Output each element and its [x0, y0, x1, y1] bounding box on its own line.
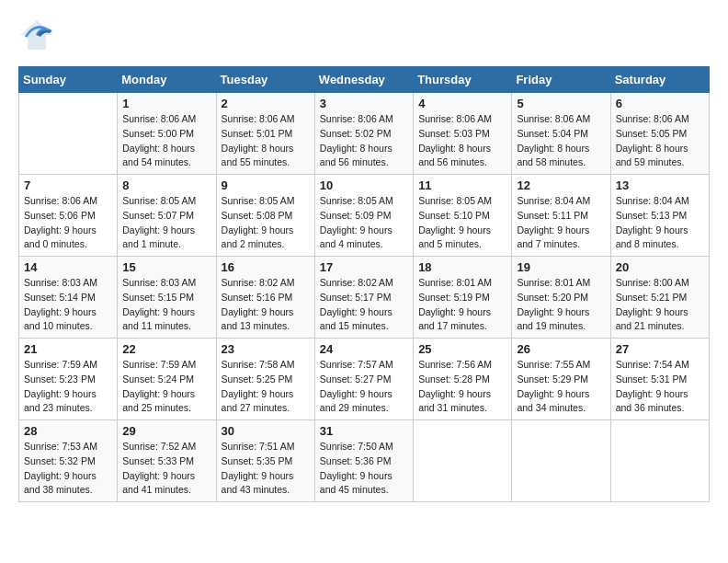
day-info: Sunrise: 8:06 AM Sunset: 5:00 PM Dayligh…	[122, 112, 210, 170]
day-info: Sunrise: 8:01 AM Sunset: 5:19 PM Dayligh…	[418, 276, 506, 334]
day-number: 21	[24, 342, 112, 356]
day-number: 23	[222, 342, 310, 356]
calendar-cell: 11Sunrise: 8:05 AM Sunset: 5:10 PM Dayli…	[414, 175, 512, 257]
day-info: Sunrise: 8:06 AM Sunset: 5:02 PM Dayligh…	[320, 112, 408, 170]
day-info: Sunrise: 7:58 AM Sunset: 5:25 PM Dayligh…	[222, 358, 310, 416]
column-header-saturday: Saturday	[610, 67, 709, 93]
day-number: 17	[320, 260, 408, 274]
calendar-cell: 1Sunrise: 8:06 AM Sunset: 5:00 PM Daylig…	[118, 93, 216, 175]
day-number: 27	[616, 342, 704, 356]
calendar-cell: 12Sunrise: 8:04 AM Sunset: 5:11 PM Dayli…	[512, 175, 610, 257]
calendar-cell	[19, 93, 118, 175]
day-number: 5	[517, 97, 605, 110]
calendar-cell	[610, 420, 709, 502]
day-number: 8	[122, 178, 210, 192]
day-number: 2	[222, 97, 310, 110]
calendar-cell: 28Sunrise: 7:53 AM Sunset: 5:32 PM Dayli…	[19, 420, 118, 502]
calendar-cell: 30Sunrise: 7:51 AM Sunset: 5:35 PM Dayli…	[216, 420, 314, 502]
logo	[18, 18, 59, 52]
day-info: Sunrise: 8:03 AM Sunset: 5:15 PM Dayligh…	[122, 276, 210, 334]
calendar-cell: 19Sunrise: 8:01 AM Sunset: 5:20 PM Dayli…	[512, 257, 610, 339]
column-header-friday: Friday	[512, 67, 610, 93]
calendar-cell: 9Sunrise: 8:05 AM Sunset: 5:08 PM Daylig…	[216, 175, 314, 257]
day-number: 1	[122, 97, 210, 110]
day-info: Sunrise: 7:52 AM Sunset: 5:33 PM Dayligh…	[122, 440, 210, 498]
calendar-table: SundayMondayTuesdayWednesdayThursdayFrid…	[18, 66, 710, 502]
day-number: 10	[320, 178, 408, 192]
day-info: Sunrise: 8:00 AM Sunset: 5:21 PM Dayligh…	[616, 276, 704, 334]
day-info: Sunrise: 8:06 AM Sunset: 5:04 PM Dayligh…	[517, 112, 605, 170]
day-number: 20	[616, 260, 704, 274]
day-number: 6	[616, 97, 704, 110]
calendar-cell: 15Sunrise: 8:03 AM Sunset: 5:15 PM Dayli…	[118, 257, 216, 339]
day-number: 30	[222, 424, 310, 438]
calendar-cell: 2Sunrise: 8:06 AM Sunset: 5:01 PM Daylig…	[216, 93, 314, 175]
day-number: 28	[24, 424, 112, 438]
day-info: Sunrise: 8:06 AM Sunset: 5:06 PM Dayligh…	[24, 194, 112, 252]
day-info: Sunrise: 8:02 AM Sunset: 5:17 PM Dayligh…	[320, 276, 408, 334]
day-info: Sunrise: 7:54 AM Sunset: 5:31 PM Dayligh…	[616, 358, 704, 416]
calendar-week-2: 7Sunrise: 8:06 AM Sunset: 5:06 PM Daylig…	[19, 175, 710, 257]
calendar-cell: 8Sunrise: 8:05 AM Sunset: 5:07 PM Daylig…	[118, 175, 216, 257]
calendar-cell: 29Sunrise: 7:52 AM Sunset: 5:33 PM Dayli…	[118, 420, 216, 502]
day-number: 14	[24, 260, 112, 274]
calendar-cell	[512, 420, 610, 502]
day-number: 16	[222, 260, 310, 274]
calendar-week-1: 1Sunrise: 8:06 AM Sunset: 5:00 PM Daylig…	[19, 93, 710, 175]
day-info: Sunrise: 8:06 AM Sunset: 5:05 PM Dayligh…	[616, 112, 704, 170]
calendar-week-3: 14Sunrise: 8:03 AM Sunset: 5:14 PM Dayli…	[19, 257, 710, 339]
day-number: 29	[122, 424, 210, 438]
calendar-cell: 7Sunrise: 8:06 AM Sunset: 5:06 PM Daylig…	[19, 175, 118, 257]
day-info: Sunrise: 8:06 AM Sunset: 5:01 PM Dayligh…	[222, 112, 310, 170]
calendar-cell: 10Sunrise: 8:05 AM Sunset: 5:09 PM Dayli…	[314, 175, 413, 257]
calendar-cell: 3Sunrise: 8:06 AM Sunset: 5:02 PM Daylig…	[314, 93, 413, 175]
day-number: 31	[320, 424, 408, 438]
column-header-wednesday: Wednesday	[314, 67, 413, 93]
day-number: 11	[418, 178, 506, 192]
calendar-cell: 16Sunrise: 8:02 AM Sunset: 5:16 PM Dayli…	[216, 257, 314, 339]
column-header-thursday: Thursday	[414, 67, 512, 93]
calendar-week-4: 21Sunrise: 7:59 AM Sunset: 5:23 PM Dayli…	[19, 339, 710, 420]
calendar-cell: 5Sunrise: 8:06 AM Sunset: 5:04 PM Daylig…	[512, 93, 610, 175]
calendar-header-row: SundayMondayTuesdayWednesdayThursdayFrid…	[19, 67, 710, 93]
day-number: 9	[222, 178, 310, 192]
day-number: 26	[517, 342, 605, 356]
calendar-cell	[414, 420, 512, 502]
calendar-cell: 21Sunrise: 7:59 AM Sunset: 5:23 PM Dayli…	[19, 339, 118, 420]
calendar-cell: 25Sunrise: 7:56 AM Sunset: 5:28 PM Dayli…	[414, 339, 512, 420]
day-info: Sunrise: 7:59 AM Sunset: 5:24 PM Dayligh…	[122, 358, 210, 416]
calendar-cell: 13Sunrise: 8:04 AM Sunset: 5:13 PM Dayli…	[610, 175, 709, 257]
logo-icon	[18, 18, 55, 52]
day-info: Sunrise: 7:57 AM Sunset: 5:27 PM Dayligh…	[320, 358, 408, 416]
day-number: 12	[517, 178, 605, 192]
day-info: Sunrise: 7:50 AM Sunset: 5:36 PM Dayligh…	[320, 440, 408, 498]
calendar-week-5: 28Sunrise: 7:53 AM Sunset: 5:32 PM Dayli…	[19, 420, 710, 502]
column-header-monday: Monday	[118, 67, 216, 93]
calendar-cell: 18Sunrise: 8:01 AM Sunset: 5:19 PM Dayli…	[414, 257, 512, 339]
day-info: Sunrise: 7:59 AM Sunset: 5:23 PM Dayligh…	[24, 358, 112, 416]
day-number: 18	[418, 260, 506, 274]
day-info: Sunrise: 8:02 AM Sunset: 5:16 PM Dayligh…	[222, 276, 310, 334]
day-info: Sunrise: 7:51 AM Sunset: 5:35 PM Dayligh…	[222, 440, 310, 498]
day-info: Sunrise: 7:53 AM Sunset: 5:32 PM Dayligh…	[24, 440, 112, 498]
calendar-cell: 17Sunrise: 8:02 AM Sunset: 5:17 PM Dayli…	[314, 257, 413, 339]
page-header	[18, 18, 710, 52]
day-number: 7	[24, 178, 112, 192]
calendar-cell: 26Sunrise: 7:55 AM Sunset: 5:29 PM Dayli…	[512, 339, 610, 420]
calendar-cell: 27Sunrise: 7:54 AM Sunset: 5:31 PM Dayli…	[610, 339, 709, 420]
day-info: Sunrise: 8:03 AM Sunset: 5:14 PM Dayligh…	[24, 276, 112, 334]
day-info: Sunrise: 8:06 AM Sunset: 5:03 PM Dayligh…	[418, 112, 506, 170]
day-number: 19	[517, 260, 605, 274]
column-header-sunday: Sunday	[19, 67, 118, 93]
day-info: Sunrise: 8:05 AM Sunset: 5:10 PM Dayligh…	[418, 194, 506, 252]
day-info: Sunrise: 8:04 AM Sunset: 5:13 PM Dayligh…	[616, 194, 704, 252]
day-number: 3	[320, 97, 408, 110]
day-info: Sunrise: 8:05 AM Sunset: 5:09 PM Dayligh…	[320, 194, 408, 252]
day-number: 4	[418, 97, 506, 110]
calendar-cell: 22Sunrise: 7:59 AM Sunset: 5:24 PM Dayli…	[118, 339, 216, 420]
day-number: 25	[418, 342, 506, 356]
day-info: Sunrise: 8:04 AM Sunset: 5:11 PM Dayligh…	[517, 194, 605, 252]
calendar-cell: 14Sunrise: 8:03 AM Sunset: 5:14 PM Dayli…	[19, 257, 118, 339]
day-number: 22	[122, 342, 210, 356]
calendar-cell: 24Sunrise: 7:57 AM Sunset: 5:27 PM Dayli…	[314, 339, 413, 420]
